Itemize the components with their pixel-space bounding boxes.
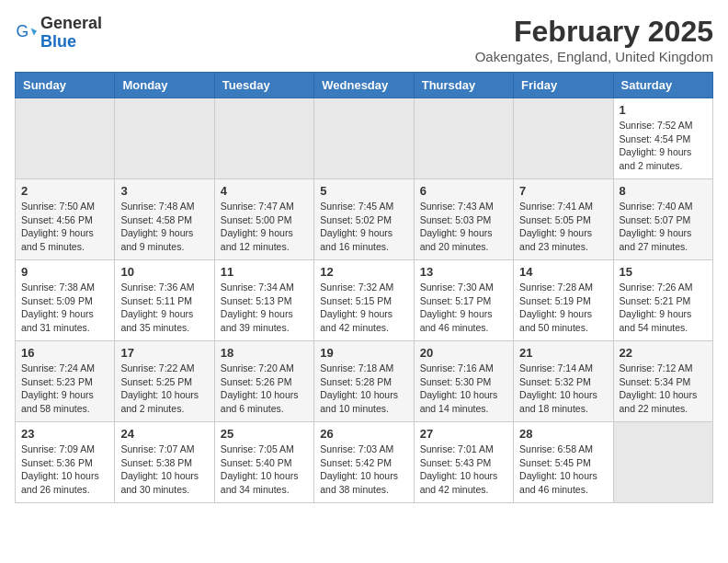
calendar-cell: 5Sunrise: 7:45 AM Sunset: 5:02 PM Daylig… (314, 179, 414, 260)
calendar-cell: 3Sunrise: 7:48 AM Sunset: 4:58 PM Daylig… (115, 179, 214, 260)
day-number: 6 (420, 184, 507, 198)
day-info: Sunrise: 7:18 AM Sunset: 5:28 PM Dayligh… (320, 362, 407, 416)
day-number: 25 (221, 427, 308, 441)
day-number: 28 (519, 427, 607, 441)
calendar-cell: 25Sunrise: 7:05 AM Sunset: 5:40 PM Dayli… (214, 422, 313, 503)
calendar-cell (414, 98, 513, 179)
day-number: 24 (120, 427, 208, 441)
calendar-cell: 17Sunrise: 7:22 AM Sunset: 5:25 PM Dayli… (115, 341, 214, 422)
calendar-cell: 20Sunrise: 7:16 AM Sunset: 5:30 PM Dayli… (414, 341, 513, 422)
calendar-cell (214, 98, 313, 179)
calendar-cell: 22Sunrise: 7:12 AM Sunset: 5:34 PM Dayli… (613, 341, 712, 422)
day-number: 9 (21, 265, 108, 279)
calendar-cell (613, 422, 712, 503)
calendar-cell: 21Sunrise: 7:14 AM Sunset: 5:32 PM Dayli… (514, 341, 613, 422)
calendar-week-4: 16Sunrise: 7:24 AM Sunset: 5:23 PM Dayli… (16, 341, 713, 422)
logo-blue-text: Blue (40, 32, 76, 51)
calendar-cell: 8Sunrise: 7:40 AM Sunset: 5:07 PM Daylig… (613, 179, 712, 260)
day-number: 17 (120, 346, 208, 360)
day-number: 23 (21, 427, 108, 441)
calendar-cell (16, 98, 115, 179)
calendar-cell: 12Sunrise: 7:32 AM Sunset: 5:15 PM Dayli… (314, 260, 414, 341)
day-number: 7 (519, 184, 607, 198)
calendar-week-3: 9Sunrise: 7:38 AM Sunset: 5:09 PM Daylig… (16, 260, 713, 341)
weekday-header-wednesday: Wednesday (314, 73, 414, 98)
day-number: 3 (120, 184, 208, 198)
day-info: Sunrise: 7:43 AM Sunset: 5:03 PM Dayligh… (420, 200, 507, 254)
weekday-header-monday: Monday (115, 73, 214, 98)
calendar-cell: 26Sunrise: 7:03 AM Sunset: 5:42 PM Dayli… (314, 422, 414, 503)
calendar-header-row: SundayMondayTuesdayWednesdayThursdayFrid… (16, 73, 713, 98)
day-info: Sunrise: 7:24 AM Sunset: 5:23 PM Dayligh… (21, 362, 108, 416)
calendar-cell: 6Sunrise: 7:43 AM Sunset: 5:03 PM Daylig… (414, 179, 513, 260)
calendar-cell: 9Sunrise: 7:38 AM Sunset: 5:09 PM Daylig… (16, 260, 115, 341)
weekday-header-friday: Friday (514, 73, 613, 98)
day-info: Sunrise: 7:52 AM Sunset: 4:54 PM Dayligh… (620, 119, 707, 173)
day-info: Sunrise: 6:58 AM Sunset: 5:45 PM Dayligh… (519, 442, 607, 497)
day-info: Sunrise: 7:07 AM Sunset: 5:38 PM Dayligh… (120, 442, 208, 497)
day-info: Sunrise: 7:36 AM Sunset: 5:11 PM Dayligh… (120, 281, 208, 335)
calendar-cell: 4Sunrise: 7:47 AM Sunset: 5:00 PM Daylig… (214, 179, 313, 260)
day-info: Sunrise: 7:45 AM Sunset: 5:02 PM Dayligh… (320, 200, 407, 254)
day-number: 2 (21, 184, 108, 198)
day-number: 16 (21, 346, 108, 360)
day-info: Sunrise: 7:12 AM Sunset: 5:34 PM Dayligh… (620, 362, 707, 416)
calendar-cell: 23Sunrise: 7:09 AM Sunset: 5:36 PM Dayli… (16, 422, 115, 503)
logo-general-text: General (40, 14, 102, 32)
day-info: Sunrise: 7:34 AM Sunset: 5:13 PM Dayligh… (221, 281, 308, 335)
day-info: Sunrise: 7:38 AM Sunset: 5:09 PM Dayligh… (21, 281, 108, 335)
calendar-cell: 27Sunrise: 7:01 AM Sunset: 5:43 PM Dayli… (414, 422, 513, 503)
calendar-week-2: 2Sunrise: 7:50 AM Sunset: 4:56 PM Daylig… (16, 179, 713, 260)
day-number: 11 (221, 265, 308, 279)
calendar-cell: 2Sunrise: 7:50 AM Sunset: 4:56 PM Daylig… (16, 179, 115, 260)
calendar-cell: 19Sunrise: 7:18 AM Sunset: 5:28 PM Dayli… (314, 341, 414, 422)
svg-marker-1 (31, 28, 37, 35)
day-number: 22 (620, 346, 707, 360)
day-info: Sunrise: 7:28 AM Sunset: 5:19 PM Dayligh… (519, 281, 607, 335)
day-info: Sunrise: 7:22 AM Sunset: 5:25 PM Dayligh… (120, 362, 208, 416)
day-info: Sunrise: 7:01 AM Sunset: 5:43 PM Dayligh… (420, 442, 507, 497)
weekday-header-saturday: Saturday (613, 73, 712, 98)
day-number: 19 (320, 346, 407, 360)
day-info: Sunrise: 7:26 AM Sunset: 5:21 PM Dayligh… (620, 281, 707, 335)
calendar-cell: 28Sunrise: 6:58 AM Sunset: 5:45 PM Dayli… (514, 422, 613, 503)
calendar-cell: 13Sunrise: 7:30 AM Sunset: 5:17 PM Dayli… (414, 260, 513, 341)
day-number: 12 (320, 265, 407, 279)
calendar-cell (514, 98, 613, 179)
location: Oakengates, England, United Kingdom (475, 49, 713, 64)
logo: G General Blue (15, 15, 102, 52)
calendar-cell: 7Sunrise: 7:41 AM Sunset: 5:05 PM Daylig… (514, 179, 613, 260)
calendar-cell (115, 98, 214, 179)
day-info: Sunrise: 7:30 AM Sunset: 5:17 PM Dayligh… (420, 281, 507, 335)
month-title: February 2025 (475, 15, 713, 49)
day-info: Sunrise: 7:50 AM Sunset: 4:56 PM Dayligh… (21, 200, 108, 254)
calendar-week-5: 23Sunrise: 7:09 AM Sunset: 5:36 PM Dayli… (16, 422, 713, 503)
logo-icon: G (15, 22, 37, 44)
day-info: Sunrise: 7:47 AM Sunset: 5:00 PM Dayligh… (221, 200, 308, 254)
day-number: 20 (420, 346, 507, 360)
page-header: G General Blue February 2025 Oakengates,… (15, 15, 713, 64)
day-number: 21 (519, 346, 607, 360)
day-number: 26 (320, 427, 407, 441)
calendar-cell: 11Sunrise: 7:34 AM Sunset: 5:13 PM Dayli… (214, 260, 313, 341)
day-info: Sunrise: 7:32 AM Sunset: 5:15 PM Dayligh… (320, 281, 407, 335)
calendar-cell: 16Sunrise: 7:24 AM Sunset: 5:23 PM Dayli… (16, 341, 115, 422)
calendar-cell: 18Sunrise: 7:20 AM Sunset: 5:26 PM Dayli… (214, 341, 313, 422)
day-info: Sunrise: 7:40 AM Sunset: 5:07 PM Dayligh… (620, 200, 707, 254)
title-block: February 2025 Oakengates, England, Unite… (475, 15, 713, 64)
day-info: Sunrise: 7:16 AM Sunset: 5:30 PM Dayligh… (420, 362, 507, 416)
day-info: Sunrise: 7:09 AM Sunset: 5:36 PM Dayligh… (21, 442, 108, 497)
day-info: Sunrise: 7:05 AM Sunset: 5:40 PM Dayligh… (221, 442, 308, 497)
logo-text: General Blue (40, 15, 102, 52)
calendar-cell: 14Sunrise: 7:28 AM Sunset: 5:19 PM Dayli… (514, 260, 613, 341)
day-info: Sunrise: 7:20 AM Sunset: 5:26 PM Dayligh… (221, 362, 308, 416)
day-info: Sunrise: 7:41 AM Sunset: 5:05 PM Dayligh… (519, 200, 607, 254)
weekday-header-sunday: Sunday (16, 73, 115, 98)
day-number: 1 (620, 103, 707, 117)
day-number: 5 (320, 184, 407, 198)
day-info: Sunrise: 7:48 AM Sunset: 4:58 PM Dayligh… (120, 200, 208, 254)
day-number: 4 (221, 184, 308, 198)
day-info: Sunrise: 7:14 AM Sunset: 5:32 PM Dayligh… (519, 362, 607, 416)
calendar-cell: 10Sunrise: 7:36 AM Sunset: 5:11 PM Dayli… (115, 260, 214, 341)
calendar-cell: 1Sunrise: 7:52 AM Sunset: 4:54 PM Daylig… (613, 98, 712, 179)
